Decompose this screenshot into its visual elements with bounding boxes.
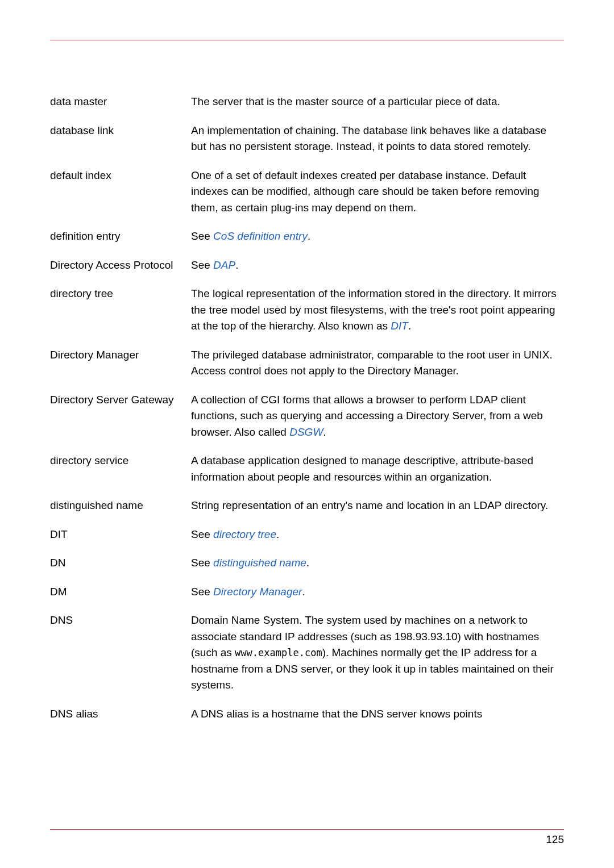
glossary-definition: An implementation of chaining. The datab… [191, 123, 564, 155]
glossary-term: DNS [50, 612, 191, 629]
cross-reference-link[interactable]: DSGW [289, 426, 323, 438]
glossary-entry: distinguished nameString representation … [50, 498, 564, 514]
glossary-entry: definition entrySee CoS definition entry… [50, 228, 564, 245]
glossary-entry: data masterThe server that is the master… [50, 94, 564, 110]
definition-text: . [408, 320, 411, 332]
glossary-definition: See directory tree. [191, 527, 564, 543]
glossary-definition: The privileged database administrator, c… [191, 347, 564, 379]
code-text: www.example.com [235, 647, 322, 658]
definition-text: . [235, 259, 238, 271]
glossary-definition: One of a set of default indexes created … [191, 168, 564, 216]
cross-reference-link[interactable]: DAP [213, 259, 235, 271]
definition-text: One of a set of default indexes created … [191, 169, 540, 214]
glossary-term: default index [50, 168, 191, 184]
glossary-definition: A database application designed to manag… [191, 453, 564, 485]
definition-text: A DNS alias is a hostname that the DNS s… [191, 708, 482, 720]
cross-reference-link[interactable]: Directory Manager [213, 586, 302, 598]
definition-text: . [302, 586, 305, 598]
definition-text: See [191, 528, 213, 540]
glossary-entry: DNSDomain Name System. The system used b… [50, 612, 564, 694]
cross-reference-link[interactable]: distinguished name [213, 557, 306, 569]
glossary-term: DN [50, 555, 191, 571]
definition-text: See [191, 586, 213, 598]
glossary-entry: DMSee Directory Manager. [50, 584, 564, 600]
glossary-entry: Directory Server GatewayA collection of … [50, 392, 564, 441]
definition-text: A collection of CGI forms that allows a … [191, 394, 543, 438]
glossary-entry: DITSee directory tree. [50, 527, 564, 543]
definition-text: A database application designed to manag… [191, 454, 533, 483]
definition-text: String representation of an entry's name… [191, 499, 548, 511]
glossary-term: data master [50, 94, 191, 110]
glossary-term: directory tree [50, 286, 191, 302]
definition-text: . [276, 528, 279, 540]
cross-reference-link[interactable]: DIT [391, 320, 408, 332]
glossary-term: DM [50, 584, 191, 600]
glossary-entry: DNSee distinguished name. [50, 555, 564, 571]
glossary-definition: See CoS definition entry. [191, 228, 564, 245]
definition-text: See [191, 557, 213, 569]
glossary-definition: The logical representation of the inform… [191, 286, 564, 335]
glossary-term: distinguished name [50, 498, 191, 514]
glossary-term: definition entry [50, 228, 191, 245]
definition-text: See [191, 230, 213, 242]
definition-text: See [191, 259, 213, 271]
glossary-entry: Directory Access ProtocolSee DAP. [50, 257, 564, 274]
glossary-term: Directory Manager [50, 347, 191, 364]
definition-text: . [308, 230, 310, 242]
glossary-entry: Directory ManagerThe privileged database… [50, 347, 564, 379]
glossary-entry: directory treeThe logical representation… [50, 286, 564, 335]
glossary-list: data masterThe server that is the master… [50, 94, 564, 735]
glossary-definition: Domain Name System. The system used by m… [191, 612, 564, 694]
glossary-definition: See distinguished name. [191, 555, 564, 571]
definition-text: The server that is the master source of … [191, 95, 500, 107]
glossary-definition: String representation of an entry's name… [191, 498, 564, 514]
footer-rule [50, 829, 564, 830]
glossary-definition: See Directory Manager. [191, 584, 564, 600]
cross-reference-link[interactable]: directory tree [213, 528, 276, 540]
glossary-term: directory service [50, 453, 191, 469]
definition-text: . [306, 557, 309, 569]
page-number: 125 [546, 832, 564, 848]
definition-text: The logical representation of the inform… [191, 287, 557, 332]
glossary-term: database link [50, 123, 191, 139]
glossary-definition: The server that is the master source of … [191, 94, 564, 110]
header-rule [50, 40, 564, 40]
definition-text: The privileged database administrator, c… [191, 349, 553, 377]
definition-text: . [323, 426, 326, 438]
glossary-entry: DNS aliasA DNS alias is a hostname that … [50, 706, 564, 723]
cross-reference-link[interactable]: CoS definition entry [213, 230, 308, 242]
glossary-definition: A collection of CGI forms that allows a … [191, 392, 564, 441]
glossary-entry: default indexOne of a set of default ind… [50, 168, 564, 216]
glossary-term: DNS alias [50, 706, 191, 723]
glossary-definition: See DAP. [191, 257, 564, 274]
glossary-term: DIT [50, 527, 191, 543]
glossary-term: Directory Access Protocol [50, 257, 191, 274]
definition-text: An implementation of chaining. The datab… [191, 124, 546, 153]
glossary-definition: A DNS alias is a hostname that the DNS s… [191, 706, 564, 723]
glossary-entry: directory serviceA database application … [50, 453, 564, 485]
glossary-term: Directory Server Gateway [50, 392, 191, 408]
glossary-entry: database linkAn implementation of chaini… [50, 123, 564, 155]
